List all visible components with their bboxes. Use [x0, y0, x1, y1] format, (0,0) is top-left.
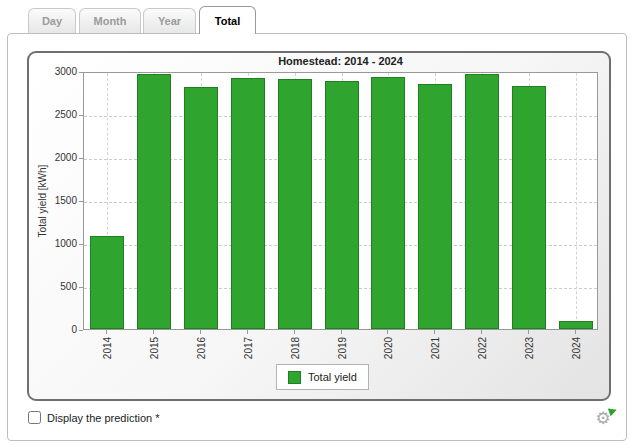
x-tick-label: 2020 [383, 337, 394, 359]
x-tick-label: 2017 [242, 337, 253, 359]
tab-total[interactable]: Total [199, 6, 256, 34]
x-tick-mark [200, 330, 201, 334]
prediction-label[interactable]: Display the prediction * [47, 412, 160, 424]
x-tick-mark [247, 330, 248, 334]
y-tick-label: 3000 [41, 66, 77, 77]
x-tick-label: 2016 [196, 337, 207, 359]
legend-label: Total yield [308, 371, 357, 383]
y-tick-mark [79, 115, 83, 116]
x-tick-label: 2014 [102, 337, 113, 359]
y-tick-label: 2000 [41, 152, 77, 163]
x-tick-mark [387, 330, 388, 334]
x-tick-mark [434, 330, 435, 334]
y-tick-mark [79, 201, 83, 202]
tab-day[interactable]: Day [28, 8, 76, 33]
x-tick-mark [341, 330, 342, 334]
x-tick-mark [153, 330, 154, 334]
y-tick-label: 500 [41, 281, 77, 292]
tab-year[interactable]: Year [143, 8, 196, 33]
tab-month[interactable]: Month [79, 8, 141, 33]
prediction-row: Display the prediction * [28, 411, 160, 424]
x-tick-mark [575, 330, 576, 334]
x-tick-label: 2023 [523, 337, 534, 359]
y-tick-label: 1000 [41, 238, 77, 249]
app-window: Day Month Year Total Homestead: 2014 - 2… [0, 0, 635, 448]
x-tick-label: 2021 [430, 337, 441, 359]
legend-swatch [288, 371, 301, 384]
y-tick-label: 1500 [41, 195, 77, 206]
legend: Total yield [276, 364, 369, 390]
x-tick-mark [481, 330, 482, 334]
chart-widget: Homestead: 2014 - 2024 Total yield [kWh]… [27, 51, 611, 401]
x-tick-mark [106, 330, 107, 334]
y-tick-mark [79, 287, 83, 288]
y-tick-mark [79, 330, 83, 331]
x-tick-label: 2015 [149, 337, 160, 359]
axes-layer: 2014201520162017201820192020202120222023… [29, 53, 609, 399]
y-tick-mark [79, 158, 83, 159]
y-tick-mark [79, 244, 83, 245]
prediction-checkbox[interactable] [28, 411, 41, 424]
x-tick-label: 2022 [476, 337, 487, 359]
y-tick-label: 0 [41, 324, 77, 335]
x-tick-label: 2018 [289, 337, 300, 359]
x-tick-mark [528, 330, 529, 334]
y-tick-label: 2500 [41, 109, 77, 120]
x-tick-mark [294, 330, 295, 334]
x-tick-label: 2024 [570, 337, 581, 359]
gear-icon[interactable]: ⚙ [592, 408, 614, 430]
x-tick-label: 2019 [336, 337, 347, 359]
y-tick-mark [79, 72, 83, 73]
